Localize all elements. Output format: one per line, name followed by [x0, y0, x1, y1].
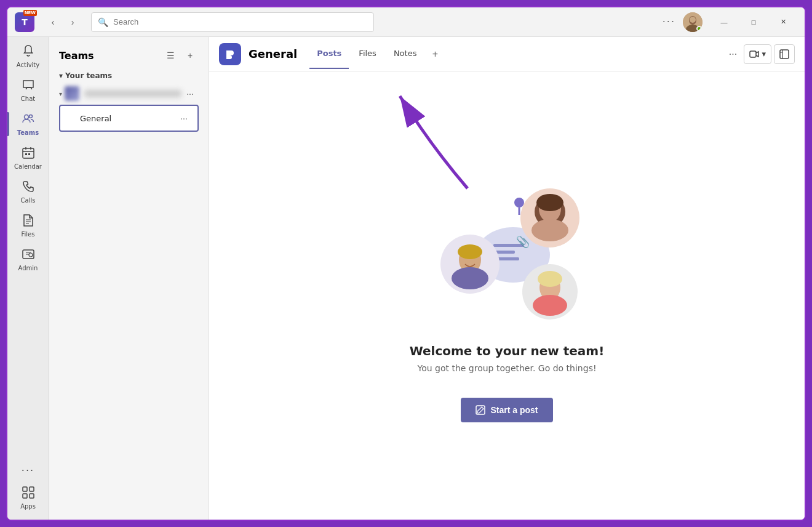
new-badge: NEW [23, 10, 37, 16]
tab-notes[interactable]: Notes [386, 39, 424, 69]
sidebar-item-apps[interactable]: Apps [7, 481, 49, 515]
sidebar-item-teams[interactable]: Teams [7, 107, 49, 141]
main-content: General Posts Files Notes + ··· ▾ [209, 37, 805, 520]
forward-button[interactable]: › [64, 14, 81, 31]
tab-files[interactable]: Files [351, 39, 384, 69]
your-teams-section: ▾ Your teams ▾ ··· General ··· [49, 69, 209, 132]
your-teams-label[interactable]: ▾ Your teams [54, 69, 204, 82]
channel-item-general[interactable]: General ··· [59, 105, 199, 132]
team-avatar [65, 86, 79, 101]
add-team-button[interactable]: + [181, 47, 199, 64]
svg-point-24 [514, 198, 524, 207]
calendar-icon [22, 146, 35, 161]
title-bar: T NEW ‹ › 🔍 ··· [7, 7, 805, 37]
chat-area: 📎 [209, 71, 805, 520]
chevron-icon: ▾ [762, 49, 766, 58]
channel-list: Teams ☰ + ▾ Your teams ▾ ··· Ge [49, 37, 209, 520]
start-post-button[interactable]: Start a post [461, 398, 552, 422]
team-expand-icon: ▾ [59, 91, 62, 97]
team-item[interactable]: ▾ ··· [54, 82, 204, 105]
team-more-button[interactable]: ··· [181, 85, 199, 102]
svg-rect-14 [30, 494, 34, 498]
sidebar-item-calls[interactable]: Calls [7, 175, 49, 209]
sidebar-apps-label: Apps [20, 503, 36, 510]
channel-tabs: Posts Files Notes + [309, 39, 444, 69]
sidebar-admin-label: Admin [18, 265, 38, 272]
admin-icon [22, 247, 35, 263]
sidebar-item-admin[interactable]: Admin [7, 243, 49, 276]
chat-icon [22, 78, 35, 94]
online-status-dot [696, 26, 702, 31]
search-icon: 🔍 [98, 17, 108, 27]
apps-icon [22, 486, 35, 501]
sidebar-calls-label: Calls [21, 197, 36, 204]
svg-rect-8 [28, 153, 30, 155]
maximize-button[interactable]: □ [739, 12, 768, 32]
svg-point-33 [452, 267, 488, 289]
add-tab-button[interactable]: + [426, 46, 444, 63]
tab-posts[interactable]: Posts [309, 39, 349, 69]
video-call-button[interactable]: ▾ [744, 44, 771, 64]
channel-logo [219, 43, 241, 65]
sidebar-teams-label: Teams [17, 129, 39, 136]
sidebar-activity-label: Activity [17, 62, 39, 68]
welcome-title: Welcome to your new team! [410, 344, 605, 358]
team-name [84, 90, 181, 97]
title-bar-right: ··· — □ ✕ [663, 12, 797, 32]
sidebar: Activity Chat [7, 37, 49, 520]
sidebar-item-calendar[interactable]: Calendar [7, 141, 49, 175]
your-teams-text: Your teams [65, 71, 112, 80]
svg-point-28 [536, 194, 563, 211]
channel-header: General Posts Files Notes + ··· ▾ [209, 37, 805, 71]
files-icon [22, 214, 35, 229]
expand-button[interactable] [774, 44, 795, 64]
svg-rect-7 [25, 153, 27, 155]
sidebar-files-label: Files [22, 231, 35, 238]
svg-point-10 [29, 253, 33, 257]
svg-rect-17 [780, 50, 789, 58]
more-options-icon[interactable]: ··· [663, 16, 675, 28]
svg-rect-12 [30, 487, 34, 491]
activity-icon [22, 44, 35, 60]
svg-rect-6 [23, 148, 34, 158]
channel-more-button[interactable]: ··· [724, 46, 741, 63]
channel-list-header: Teams ☰ + [49, 37, 209, 69]
channel-more-button[interactable]: ··· [175, 110, 193, 127]
svg-point-3 [690, 17, 696, 23]
svg-point-37 [533, 295, 567, 316]
start-post-label: Start a post [490, 405, 538, 415]
welcome-illustration: 📎 [421, 169, 593, 329]
back-button[interactable]: ‹ [44, 14, 62, 31]
welcome-subtitle: You got the group together. Go do things… [417, 363, 596, 373]
more-icon: ··· [22, 466, 34, 476]
svg-rect-11 [23, 487, 27, 491]
minimize-button[interactable]: — [710, 12, 738, 32]
sidebar-chat-label: Chat [21, 95, 35, 102]
nav-arrows: ‹ › [44, 14, 81, 31]
filter-button[interactable]: ☰ [162, 47, 179, 64]
sidebar-item-activity[interactable]: Activity [7, 39, 49, 73]
sidebar-calendar-label: Calendar [14, 163, 42, 170]
search-input[interactable] [113, 17, 367, 26]
close-button[interactable]: ✕ [769, 12, 797, 32]
sidebar-item-more[interactable]: ··· [7, 461, 49, 481]
svg-point-32 [458, 244, 482, 259]
channel-name-general: General [80, 114, 175, 123]
sidebar-item-files[interactable]: Files [7, 209, 49, 243]
channel-list-actions: ☰ + [162, 47, 199, 64]
calls-icon [22, 180, 35, 195]
main-layout: Activity Chat [7, 37, 805, 520]
svg-rect-13 [23, 494, 27, 498]
search-bar[interactable]: 🔍 [91, 12, 374, 32]
sidebar-item-chat[interactable]: Chat [7, 73, 49, 107]
user-avatar[interactable] [683, 12, 703, 32]
svg-point-29 [531, 219, 568, 241]
channel-list-title: Teams [59, 50, 94, 62]
svg-point-4 [24, 115, 28, 119]
teams-icon [22, 112, 35, 127]
title-bar-left: T NEW ‹ › [15, 12, 81, 32]
chevron-down-icon: ▾ [59, 71, 63, 80]
svg-point-5 [29, 115, 32, 118]
svg-point-36 [538, 271, 562, 287]
edit-icon [476, 405, 485, 415]
